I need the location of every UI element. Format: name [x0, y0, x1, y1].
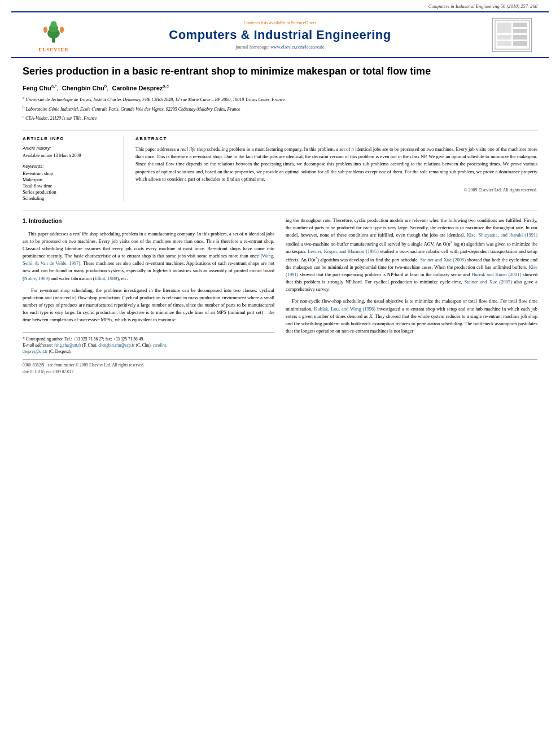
- keywords-list: Re-entrant shop Makespan Total flow time…: [23, 171, 116, 201]
- body-para-2: For re-entrant shop scheduling, the prob…: [23, 287, 274, 324]
- science-direct-link-text[interactable]: ScienceDirect: [291, 20, 317, 25]
- svg-rect-10: [513, 23, 527, 27]
- keyword-5: Scheduling: [23, 195, 116, 201]
- svg-point-4: [43, 27, 47, 33]
- footnote-3: desprez@utt.fr (C. Desprez).: [23, 348, 274, 355]
- svg-point-5: [60, 27, 64, 33]
- journal-logo-box: [492, 18, 532, 52]
- issn-line: 0360-8352/$ - see front matter © 2009 El…: [23, 362, 537, 368]
- body-para-right-2: For non-cyclic flow-shop scheduling, the…: [286, 298, 537, 335]
- journal-homepage: journal homepage: www.elsevier.com/locat…: [79, 45, 481, 50]
- citation-bar: Computers & Industrial Engineering 58 (2…: [0, 0, 560, 11]
- citation-text: Computers & Industrial Engineering 58 (2…: [428, 3, 537, 9]
- svg-point-3: [51, 21, 57, 27]
- affil-2: b Laboratoire Génie Industriel, Ecole Ce…: [23, 104, 537, 113]
- main-content: Series production in a basic re-entrant …: [0, 65, 560, 375]
- body-para-right-1: ing the throughput rate. Therefore, cycl…: [286, 217, 537, 293]
- footnote-2: E-mail addresses: feng.chu@utt.fr (F. Ch…: [23, 342, 274, 348]
- journal-logo-icon: [494, 19, 531, 50]
- svg-rect-13: [513, 41, 527, 46]
- keywords-label: Keywords:: [23, 164, 116, 169]
- body-content: 1. Introduction This paper addresses a r…: [23, 217, 537, 355]
- svg-rect-7: [497, 23, 511, 33]
- section-divider: [23, 211, 537, 211]
- elsevier-wordmark: ELSEVIER: [38, 47, 69, 53]
- elsevier-logo: ELSEVIER: [28, 17, 79, 53]
- article-info-abstract: ARTICLE INFO Article history: Available …: [23, 130, 537, 202]
- section-1-heading: 1. Introduction: [23, 217, 274, 226]
- article-info-title: ARTICLE INFO: [23, 136, 116, 141]
- author-3-name: Caroline Desprez: [112, 85, 163, 91]
- elsevier-tree-icon: [37, 17, 71, 45]
- authors-line: Feng Chua,*, Chengbin Chub, Caroline Des…: [23, 84, 537, 91]
- journal-logo-right: [481, 18, 532, 52]
- svg-rect-9: [497, 41, 511, 46]
- author-3-sup: a,c: [163, 84, 169, 89]
- abstract-text: This paper addresses a real life shop sc…: [135, 146, 537, 183]
- article-title: Series production in a basic re-entrant …: [23, 65, 537, 78]
- keyword-2: Makespan: [23, 177, 116, 182]
- svg-rect-11: [513, 29, 527, 33]
- author-1-sup: a,*: [51, 84, 57, 89]
- copyright-line: © 2009 Elsevier Ltd. All rights reserved…: [135, 187, 537, 193]
- author-2-name: Chengbin Chu: [62, 85, 104, 91]
- journal-title-area: Contents lists available at ScienceDirec…: [79, 20, 481, 50]
- keyword-3: Total flow time: [23, 183, 116, 189]
- affil-1: a Université de Technologie de Troyes, I…: [23, 95, 537, 103]
- page: Computers & Industrial Engineering 58 (2…: [0, 0, 560, 747]
- bottom-footnote: 0360-8352/$ - see front matter © 2009 El…: [23, 359, 537, 375]
- doi-line: doi:10.1016/j.cie.2009.02.017: [23, 369, 537, 375]
- article-history-label: Article history:: [23, 146, 116, 151]
- journal-name: Computers & Industrial Engineering: [79, 28, 481, 42]
- body-col-right: ing the throughput rate. Therefore, cycl…: [286, 217, 537, 355]
- svg-rect-8: [497, 35, 511, 40]
- science-direct-line: Contents lists available at ScienceDirec…: [79, 20, 481, 25]
- body-para-1: This paper addresses a real life shop sc…: [23, 230, 274, 282]
- journal-header: ELSEVIER Contents lists available at Sci…: [11, 11, 549, 58]
- available-online: Available online 13 March 2009: [23, 152, 116, 159]
- article-info-column: ARTICLE INFO Article history: Available …: [23, 136, 124, 202]
- homepage-url[interactable]: www.elsevier.com/locate/caie: [270, 45, 324, 50]
- body-col-left: 1. Introduction This paper addresses a r…: [23, 217, 274, 355]
- affil-3: c CEA-Valduc, 21120 Is sur Tille, France: [23, 113, 537, 122]
- abstract-title: ABSTRACT: [135, 136, 537, 141]
- svg-rect-12: [513, 35, 527, 40]
- author-1-name: Feng Chu: [23, 85, 51, 91]
- keyword-4: Series production: [23, 189, 116, 195]
- footnote-area: * Corresponding author. Tel.: +33 325 71…: [23, 332, 274, 355]
- affiliations: a Université de Technologie de Troyes, I…: [23, 95, 537, 122]
- abstract-column: ABSTRACT This paper addresses a real lif…: [135, 136, 537, 202]
- author-2-sup: b: [104, 84, 107, 89]
- keyword-1: Re-entrant shop: [23, 171, 116, 176]
- footnote-1: * Corresponding author. Tel.: +33 325 71…: [23, 336, 274, 342]
